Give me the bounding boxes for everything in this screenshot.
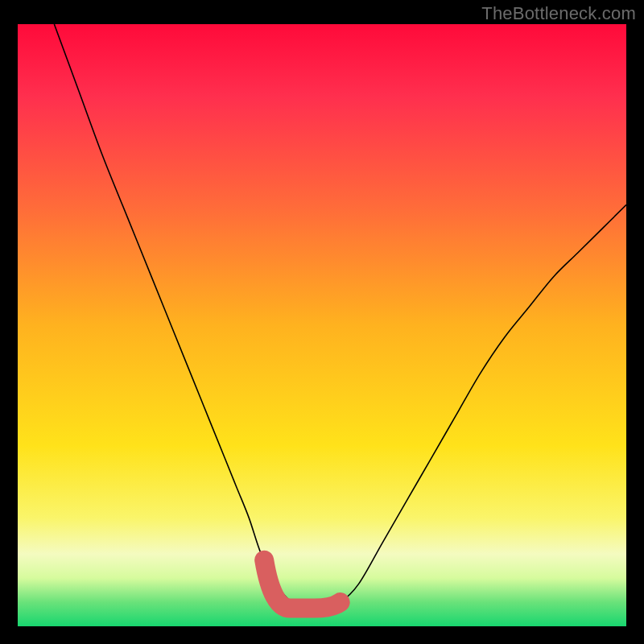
gradient-background <box>18 24 626 626</box>
chart-svg <box>18 24 626 626</box>
chart-frame: TheBottleneck.com <box>0 0 644 644</box>
watermark-text: TheBottleneck.com <box>481 3 636 24</box>
plot-area <box>18 24 626 626</box>
